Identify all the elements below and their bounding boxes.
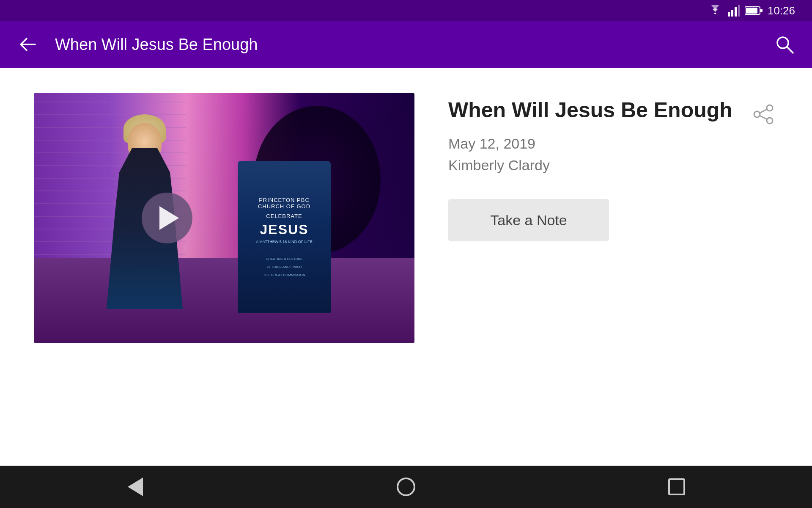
- take-note-button[interactable]: Take a Note: [448, 199, 609, 241]
- stage-floor: [34, 258, 414, 343]
- video-thumbnail: PRINCETON PBC CHURCH OF GOD CELEBRATE JE…: [34, 93, 414, 343]
- nav-recent-icon: [668, 478, 685, 495]
- info-panel: When Will Jesus Be Enough May 12, 2019 K…: [448, 93, 778, 241]
- video-container[interactable]: PRINCETON PBC CHURCH OF GOD CELEBRATE JE…: [34, 93, 414, 343]
- nav-back-icon: [128, 478, 143, 496]
- play-button[interactable]: [142, 193, 192, 243]
- podium-body: PRINCETON PBC CHURCH OF GOD CELEBRATE JE…: [238, 161, 331, 313]
- share-button[interactable]: [749, 99, 778, 131]
- app-bar: When Will Jesus Be Enough: [0, 21, 812, 68]
- battery-icon: [745, 6, 763, 15]
- svg-rect-6: [760, 9, 763, 12]
- info-header: When Will Jesus Be Enough: [448, 97, 778, 135]
- podium-text-verse: A MATTHEW 5:16 KIND OF LIFE: [256, 240, 312, 245]
- svg-line-13: [760, 116, 767, 119]
- nav-home-icon: [397, 478, 415, 496]
- podium-text-celebrate: CELEBRATE: [266, 213, 302, 219]
- podium-text-church: PRINCETON PBC CHURCH OF GOD: [246, 197, 322, 210]
- status-icons: 10:26: [708, 4, 795, 17]
- nav-back-button[interactable]: [118, 470, 152, 504]
- status-time: 10:26: [768, 4, 795, 17]
- svg-rect-3: [738, 5, 740, 17]
- podium-text-care: OF CARE AND FINISH: [267, 265, 302, 269]
- svg-rect-2: [735, 7, 737, 17]
- svg-line-12: [760, 109, 767, 113]
- svg-line-8: [787, 47, 793, 53]
- svg-rect-5: [746, 8, 757, 14]
- search-button[interactable]: [774, 34, 795, 55]
- podium-text-creating: CREATING A CULTURE: [266, 257, 303, 261]
- svg-rect-0: [728, 12, 730, 17]
- status-bar: 10:26: [0, 0, 812, 21]
- sermon-title: When Will Jesus Be Enough: [448, 97, 732, 123]
- podium-text-commission: THE GREAT COMMISSION: [263, 273, 305, 277]
- main-content: PRINCETON PBC CHURCH OF GOD CELEBRATE JE…: [0, 68, 812, 466]
- nav-recent-button[interactable]: [660, 470, 694, 504]
- wifi-icon: [708, 5, 723, 16]
- svg-point-9: [767, 105, 773, 111]
- app-bar-title: When Will Jesus Be Enough: [55, 36, 757, 54]
- podium-text-jesus: JESUS: [260, 223, 309, 236]
- svg-rect-1: [731, 10, 733, 17]
- sermon-date: May 12, 2019: [448, 135, 778, 152]
- nav-bar: [0, 466, 812, 508]
- nav-home-button[interactable]: [389, 470, 423, 504]
- play-icon: [159, 206, 179, 230]
- back-button[interactable]: [17, 34, 38, 55]
- signal-icon: [728, 5, 740, 17]
- share-icon: [753, 104, 774, 125]
- podium: PRINCETON PBC CHURCH OF GOD CELEBRATE JE…: [238, 161, 331, 313]
- svg-point-10: [767, 118, 773, 124]
- svg-point-11: [754, 111, 760, 117]
- sermon-speaker: Kimberly Clardy: [448, 157, 778, 174]
